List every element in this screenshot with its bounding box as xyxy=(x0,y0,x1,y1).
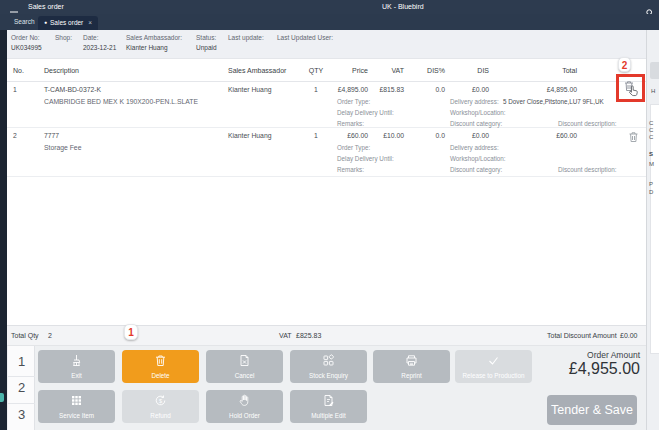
main-content: Order No:UK034995 Shop: Date:2023-12-21 … xyxy=(7,30,646,430)
field-last-update: Last update: xyxy=(228,34,264,44)
check-icon xyxy=(487,354,500,367)
discount-category-label: Discount category: xyxy=(450,120,502,127)
clipped-text: C xyxy=(649,127,653,133)
app-title: Sales order xyxy=(28,3,64,10)
edit-doc-icon xyxy=(322,394,335,407)
release-to-production-button[interactable]: Release to Production xyxy=(455,350,532,383)
remarks-label: Remarks: xyxy=(337,166,364,173)
table-header: No. Description Sales Ambassador QTY Pri… xyxy=(7,58,646,82)
exit-button[interactable]: Exit xyxy=(38,350,115,383)
printer-icon xyxy=(405,354,418,367)
clipped-text: S xyxy=(649,151,653,157)
row-item-description: CAMBRIDGE BED MEX K 190X200-PEN.L.SLATE xyxy=(44,98,198,105)
shop-title: UK - Bluebird xyxy=(382,3,424,10)
table-row[interactable]: 1 T-CAM-BD-0372-K CAMBRIDGE BED MEX K 19… xyxy=(7,82,646,128)
pad-page-3[interactable]: 3 xyxy=(8,407,35,422)
annotation-marker-2: 2 xyxy=(618,57,631,72)
workshop-location-label: Workshop/Location: xyxy=(450,155,506,162)
clipped-text: C xyxy=(649,120,653,126)
delivery-address-label: Delivery address: xyxy=(450,98,499,105)
field-order-no: Order No:UK034995 xyxy=(11,34,42,51)
left-nav-strip xyxy=(0,30,7,430)
service-item-button[interactable]: Service Item xyxy=(38,390,115,423)
clipped-panel-button[interactable] xyxy=(650,62,659,79)
hand-icon xyxy=(238,394,251,407)
delete-button[interactable]: Delete xyxy=(122,350,199,383)
row-ambassador: Kianter Huang xyxy=(228,132,271,139)
clipped-text: D xyxy=(649,189,653,195)
order-amount-value: £4,955.00 xyxy=(569,360,640,378)
col-description: Description xyxy=(44,67,79,74)
delay-delivery-label: Delay Delivery Until: xyxy=(337,155,394,162)
annotation-marker-1: 1 xyxy=(124,324,138,340)
row-item-code: 7777 xyxy=(44,132,59,139)
trash-icon xyxy=(154,354,167,367)
table-row[interactable]: 2 7777 Storage Fee Kianter Huang 1 £60.0… xyxy=(7,128,646,177)
discount-description-label: Discount description: xyxy=(558,120,616,127)
cancel-button[interactable]: Cancel xyxy=(206,350,283,383)
reprint-button[interactable]: Reprint xyxy=(373,350,450,383)
pad-page-1[interactable]: 1 xyxy=(8,354,35,369)
hold-order-button[interactable]: Hold Order xyxy=(206,390,283,423)
delete-line-icon[interactable] xyxy=(628,131,642,145)
refund-icon: $ xyxy=(154,394,167,407)
field-last-updated-user: Last Updated User: xyxy=(277,34,333,44)
tab-search[interactable]: Search xyxy=(14,18,35,25)
remarks-label: Remarks: xyxy=(337,120,364,127)
tab-dot-icon: ● xyxy=(44,19,47,25)
clipped-panel-tab[interactable]: H xyxy=(651,88,655,94)
clipped-text: P xyxy=(649,181,653,187)
pad-page-2[interactable]: 2 xyxy=(8,380,35,395)
row-item-description: Storage Fee xyxy=(44,144,81,151)
row-total: £60.00 xyxy=(497,132,577,139)
col-dis: DIS xyxy=(439,67,489,74)
hand-cursor-icon xyxy=(626,84,640,102)
annotation-highlight-box xyxy=(616,74,645,102)
boxes-icon xyxy=(322,354,335,367)
row-no: 2 xyxy=(13,132,17,139)
tab-bar: Search ●Sales order× xyxy=(0,14,659,30)
row-item-code: T-CAM-BD-0372-K xyxy=(44,86,101,93)
multiple-edit-button[interactable]: Multiple Edit xyxy=(290,390,367,423)
row-no: 1 xyxy=(13,86,17,93)
refund-button[interactable]: $ Refund xyxy=(122,390,199,423)
row-dis: £0.00 xyxy=(439,86,489,93)
right-side-panel: H C C C S M P D xyxy=(646,30,659,430)
broom-icon xyxy=(70,354,83,367)
tab-close-icon[interactable]: × xyxy=(88,19,92,26)
field-date: Date:2023-12-21 xyxy=(83,34,116,51)
total-qty-value: 2 xyxy=(48,332,52,339)
delivery-address-value: 5 Dover Close,Pitstone,LU7 9FL,UK xyxy=(503,98,604,105)
tender-save-button[interactable]: Tender & Save xyxy=(547,395,637,425)
field-shop: Shop: xyxy=(55,34,72,44)
row-dis: £0.00 xyxy=(439,132,489,139)
clipped-nav-icon[interactable] xyxy=(0,393,4,402)
tab-label: Sales order xyxy=(50,19,83,26)
delivery-address-label: Delivery address: xyxy=(450,144,499,151)
row-vat: £10.00 xyxy=(354,132,404,139)
clipped-text: M xyxy=(649,161,654,167)
grid-icon xyxy=(70,394,83,407)
sales-order-page: Sales order UK - Bluebird Search ●Sales … xyxy=(0,0,659,430)
row-ambassador: Kianter Huang xyxy=(228,86,271,93)
total-discount-value: £0.00 xyxy=(620,332,638,339)
vat-total-label: VAT xyxy=(279,332,292,339)
field-sales-ambassador: Sales Ambassador:Kianter Huang xyxy=(126,34,182,51)
col-ambassador: Sales Ambassador xyxy=(228,67,286,74)
clipped-text: C xyxy=(649,134,653,140)
action-pad: 1 2 3 Exit Delete Cancel Stock Enquiry xyxy=(7,345,646,430)
total-discount-label: Total Discount Amount xyxy=(547,332,617,339)
totals-bar: Total Qty 2 VAT £825.83 Total Discount A… xyxy=(7,325,646,345)
order-amount-label: Order Amount xyxy=(587,350,640,360)
total-qty-label: Total Qty xyxy=(11,332,39,339)
order-header: Order No:UK034995 Shop: Date:2023-12-21 … xyxy=(7,30,646,58)
cancel-doc-icon xyxy=(238,354,251,367)
pad-page-column: 1 2 3 xyxy=(8,346,35,430)
stock-enquiry-button[interactable]: Stock Enquiry xyxy=(290,350,367,383)
col-vat: VAT xyxy=(354,67,404,74)
field-status: Status:Unpaid xyxy=(196,34,217,51)
svg-text:$: $ xyxy=(159,398,162,404)
tab-sales-order[interactable]: ●Sales order× xyxy=(38,16,98,30)
order-type-label: Order Type: xyxy=(337,144,370,151)
empty-list-area xyxy=(7,177,646,325)
